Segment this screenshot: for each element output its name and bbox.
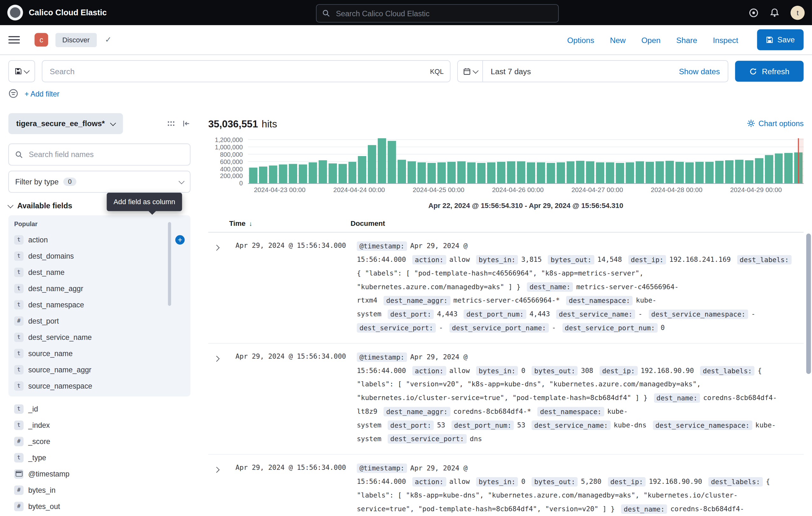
- histogram-bar[interactable]: [636, 162, 644, 183]
- sidebar-field-dest_ip[interactable]: IPdest_ip: [8, 514, 190, 516]
- expand-row-button[interactable]: [208, 239, 235, 334]
- sidebar-field-bytes_out[interactable]: #bytes_out: [8, 498, 190, 514]
- histogram-bar[interactable]: [745, 160, 753, 183]
- add-filter-button[interactable]: + Add filter: [25, 89, 59, 98]
- histogram-bar[interactable]: [388, 141, 396, 183]
- space-badge[interactable]: c: [35, 33, 48, 47]
- nav-link-share[interactable]: Share: [676, 35, 697, 44]
- histogram-bar[interactable]: [279, 165, 287, 184]
- expand-row-button[interactable]: [208, 462, 235, 516]
- histogram-bar[interactable]: [309, 162, 317, 183]
- histogram-bar[interactable]: [735, 160, 743, 184]
- refresh-button[interactable]: Refresh: [735, 61, 804, 82]
- histogram-bar[interactable]: [428, 163, 436, 184]
- menu-icon[interactable]: [8, 34, 20, 46]
- field-search[interactable]: [8, 144, 190, 166]
- sidebar-field-source_name_aggr[interactable]: tsource_name_aggr: [8, 361, 190, 378]
- field-search-input[interactable]: [28, 150, 183, 159]
- histogram-bar[interactable]: [497, 162, 505, 183]
- histogram-bar[interactable]: [596, 162, 604, 183]
- histogram-bar[interactable]: [457, 162, 465, 183]
- histogram-bar[interactable]: [567, 162, 575, 183]
- histogram-bar[interactable]: [705, 162, 713, 184]
- sidebar-field-dest_domains[interactable]: tdest_domains: [8, 248, 190, 264]
- histogram-bar[interactable]: [417, 162, 426, 183]
- histogram-bar[interactable]: [249, 168, 257, 184]
- sidebar-field-dest_name[interactable]: tdest_name: [8, 264, 190, 280]
- global-search[interactable]: [316, 4, 559, 23]
- histogram-bar[interactable]: [527, 162, 535, 183]
- histogram-bar[interactable]: [378, 138, 386, 183]
- histogram-bar[interactable]: [576, 161, 584, 184]
- sidebar-field-dest_namespace[interactable]: tdest_namespace: [8, 297, 190, 313]
- histogram-bar[interactable]: [269, 165, 277, 184]
- filter-by-type-select[interactable]: Filter by type 0: [8, 171, 190, 193]
- sidebar-field-_index[interactable]: t_index: [8, 417, 190, 433]
- histogram-bar[interactable]: [358, 156, 366, 184]
- histogram-bar[interactable]: [319, 161, 327, 184]
- expand-row-button[interactable]: [208, 350, 235, 445]
- histogram-bar[interactable]: [517, 162, 525, 183]
- histogram-bar[interactable]: [675, 162, 684, 184]
- time-column-header[interactable]: Time ↓: [229, 219, 350, 227]
- histogram-plot[interactable]: [248, 138, 804, 184]
- sidebar-field-source_namespace[interactable]: tsource_namespace: [8, 378, 190, 394]
- histogram-bar[interactable]: [685, 162, 694, 184]
- histogram-bar[interactable]: [507, 161, 515, 184]
- sidebar-field-dest_port[interactable]: #dest_port: [8, 313, 190, 329]
- sidebar-field-_id[interactable]: t_id: [8, 401, 190, 417]
- histogram-bar[interactable]: [547, 163, 555, 184]
- histogram-bar[interactable]: [785, 153, 793, 183]
- histogram-bar[interactable]: [586, 162, 594, 183]
- date-picker-menu-button[interactable]: [458, 61, 483, 82]
- histogram-bar[interactable]: [299, 164, 307, 183]
- notifications-icon[interactable]: [770, 8, 780, 18]
- nav-link-options[interactable]: Options: [567, 35, 594, 44]
- sidebar-field-source_name[interactable]: tsource_name: [8, 345, 190, 361]
- histogram-bar[interactable]: [338, 164, 347, 184]
- histogram-bar[interactable]: [467, 162, 475, 183]
- field-filter-icon[interactable]: [167, 119, 175, 128]
- sidebar-field-@timestamp[interactable]: @timestamp: [8, 466, 190, 482]
- histogram-bar[interactable]: [289, 164, 297, 183]
- global-search-input[interactable]: [335, 8, 552, 18]
- filter-settings-icon[interactable]: [8, 88, 18, 99]
- histogram-bar[interactable]: [259, 167, 267, 184]
- histogram-bar[interactable]: [606, 162, 614, 183]
- histogram-bar[interactable]: [646, 162, 654, 184]
- nav-link-open[interactable]: Open: [641, 35, 661, 44]
- sidebar-field-dest_name_aggr[interactable]: tdest_name_aggr: [8, 280, 190, 297]
- histogram-bar[interactable]: [437, 162, 446, 183]
- query-input[interactable]: [49, 66, 425, 76]
- histogram-bar[interactable]: [725, 160, 733, 183]
- histogram-bar[interactable]: [715, 161, 723, 183]
- cloud-icon[interactable]: [749, 8, 758, 18]
- histogram-bar[interactable]: [487, 162, 495, 183]
- histogram-bar[interactable]: [656, 161, 664, 183]
- histogram-bar[interactable]: [695, 162, 703, 184]
- histogram-bar[interactable]: [764, 155, 773, 183]
- sidebar-field-_score[interactable]: #_score: [8, 433, 190, 450]
- histogram-bar[interactable]: [398, 160, 406, 183]
- sidebar-field-bytes_in[interactable]: #bytes_in: [8, 482, 190, 498]
- histogram-bar[interactable]: [556, 162, 565, 183]
- histogram-bar[interactable]: [348, 162, 356, 184]
- show-dates-link[interactable]: Show dates: [679, 67, 728, 76]
- time-range-value[interactable]: Last 7 days: [483, 67, 539, 76]
- saved-query-menu-button[interactable]: [8, 60, 35, 82]
- table-scrollbar[interactable]: [806, 234, 811, 374]
- user-avatar[interactable]: t: [791, 5, 805, 20]
- nav-link-inspect[interactable]: Inspect: [713, 35, 738, 44]
- index-pattern-switcher[interactable]: tigera_secure_ee_flows*: [8, 113, 123, 134]
- histogram-bar[interactable]: [368, 145, 376, 184]
- sidebar-field-action[interactable]: taction+: [8, 232, 190, 248]
- histogram-bar[interactable]: [536, 162, 545, 183]
- calico-logo[interactable]: [7, 5, 23, 20]
- nav-link-new[interactable]: New: [610, 35, 626, 44]
- kql-label[interactable]: KQL: [425, 67, 443, 75]
- save-button[interactable]: Save: [757, 29, 804, 50]
- sidebar-scrollbar[interactable]: [168, 222, 171, 306]
- histogram-bar[interactable]: [775, 154, 783, 184]
- chart-options-button[interactable]: Chart options: [747, 119, 804, 128]
- kql-query-input[interactable]: KQL: [42, 60, 451, 82]
